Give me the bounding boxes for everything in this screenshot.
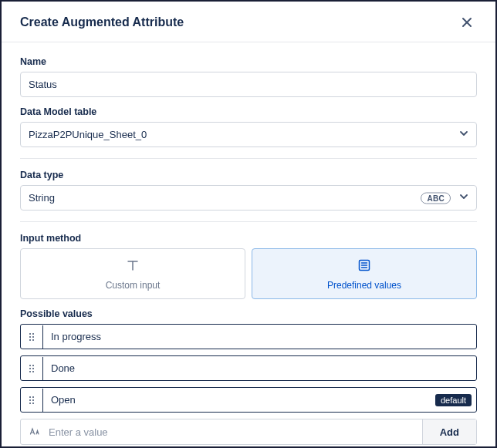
svg-point-21 bbox=[32, 396, 34, 398]
name-label: Name bbox=[20, 56, 477, 67]
svg-point-23 bbox=[32, 399, 34, 401]
add-value-button[interactable]: Add bbox=[422, 419, 476, 444]
custom-input-label: Custom input bbox=[106, 280, 161, 291]
possible-values-field-group: Possible values In progressDoneOpendefau… bbox=[20, 308, 477, 446]
svg-point-22 bbox=[29, 399, 31, 401]
create-augmented-attribute-modal: Create Augmented Attribute Name Data Mod… bbox=[2, 2, 495, 446]
possible-values-label: Possible values bbox=[20, 308, 477, 319]
modal-header: Create Augmented Attribute bbox=[2, 2, 495, 42]
data-model-table-select[interactable]: PizzaP2PUnique_Sheet_0 bbox=[20, 122, 477, 147]
data-type-select[interactable]: String bbox=[20, 185, 477, 211]
svg-point-10 bbox=[29, 336, 31, 338]
svg-point-18 bbox=[29, 371, 31, 372]
data-type-badge: ABC bbox=[421, 192, 451, 204]
list-icon bbox=[357, 258, 371, 275]
default-badge: default bbox=[435, 394, 472, 406]
name-field-group: Name bbox=[20, 56, 477, 97]
possible-value-row[interactable]: Opendefault bbox=[20, 387, 477, 413]
svg-point-14 bbox=[29, 365, 31, 366]
possible-value-row[interactable]: Done bbox=[20, 355, 477, 381]
svg-point-8 bbox=[29, 333, 31, 335]
close-icon bbox=[460, 15, 474, 29]
svg-point-16 bbox=[29, 368, 31, 369]
possible-values-list: In progressDoneOpendefault bbox=[20, 324, 477, 413]
svg-point-12 bbox=[29, 339, 31, 341]
data-type-label: Data type bbox=[20, 170, 477, 180]
add-value-input[interactable] bbox=[41, 419, 422, 444]
drag-handle-icon[interactable] bbox=[21, 357, 43, 380]
data-model-table-label: Data Model table bbox=[20, 106, 477, 117]
possible-value-text: In progress bbox=[43, 325, 476, 349]
text-icon bbox=[126, 258, 140, 275]
svg-point-19 bbox=[32, 371, 34, 372]
name-input[interactable] bbox=[20, 72, 477, 97]
svg-point-20 bbox=[29, 396, 31, 398]
svg-point-9 bbox=[32, 333, 34, 335]
modal-title: Create Augmented Attribute bbox=[20, 15, 184, 29]
svg-point-13 bbox=[32, 339, 34, 341]
modal-body: Name Data Model table PizzaP2PUnique_She… bbox=[2, 42, 495, 446]
predefined-values-label: Predefined values bbox=[327, 280, 401, 291]
input-method-field-group: Input method Custom input Predefined val… bbox=[20, 233, 477, 299]
possible-value-text: Done bbox=[43, 356, 476, 380]
possible-value-text: Open bbox=[43, 388, 435, 412]
svg-point-24 bbox=[29, 403, 31, 404]
svg-point-11 bbox=[32, 336, 34, 338]
add-value-row: Add bbox=[20, 419, 477, 445]
svg-point-17 bbox=[32, 368, 34, 369]
input-method-predefined-values[interactable]: Predefined values bbox=[252, 248, 477, 299]
data-type-field-group: Data type String ABC bbox=[20, 170, 477, 211]
input-method-label: Input method bbox=[20, 233, 477, 244]
svg-point-15 bbox=[32, 365, 34, 366]
close-button[interactable] bbox=[457, 12, 477, 32]
input-method-custom-input[interactable]: Custom input bbox=[20, 248, 245, 299]
drag-handle-icon[interactable] bbox=[21, 389, 43, 412]
input-method-options: Custom input Predefined values bbox=[20, 248, 477, 299]
divider bbox=[20, 221, 477, 222]
drag-handle-icon[interactable] bbox=[21, 325, 43, 349]
data-model-table-field-group: Data Model table PizzaP2PUnique_Sheet_0 bbox=[20, 106, 477, 147]
divider bbox=[20, 158, 477, 159]
svg-point-25 bbox=[32, 403, 34, 404]
text-input-icon bbox=[21, 419, 41, 444]
possible-value-row[interactable]: In progress bbox=[20, 324, 477, 349]
